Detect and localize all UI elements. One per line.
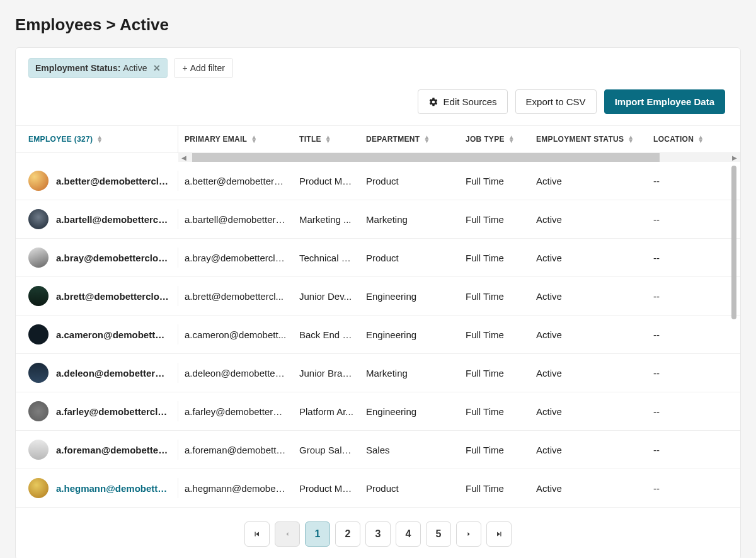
pagination-prev-button[interactable] <box>275 521 300 547</box>
cell-employee[interactable]: a.foreman@demobetterclo... <box>16 440 178 460</box>
cell-job-type: Full Time <box>459 176 530 186</box>
horizontal-scroll-thumb[interactable] <box>192 153 660 162</box>
table-row[interactable]: a.brett@demobettercloud....a.brett@demob… <box>16 277 740 316</box>
avatar <box>28 209 49 229</box>
pagination-page-5[interactable]: 5 <box>426 521 451 547</box>
pagination-page-4[interactable]: 4 <box>396 521 421 547</box>
cell-title: Product Ma... <box>293 483 360 494</box>
filter-chip-employment-status[interactable]: Employment Status: Active ✕ <box>28 58 168 78</box>
cell-employee[interactable]: a.cameron@demobettercl... <box>16 324 178 344</box>
cell-department: Product <box>360 253 459 263</box>
cell-location: -- <box>647 445 736 455</box>
last-page-icon <box>495 530 503 538</box>
cell-employee[interactable]: a.hegmann@demobettercl... <box>16 478 178 498</box>
export-csv-label: Export to CSV <box>526 96 586 107</box>
column-header-job-type-label: JOB TYPE <box>466 135 505 144</box>
employee-link[interactable]: a.brett@demobettercloud.... <box>56 291 169 302</box>
employee-link[interactable]: a.foreman@demobetterclo... <box>56 445 169 455</box>
cell-job-type: Full Time <box>459 406 530 417</box>
cell-primary-email: a.farley@demobettercl... <box>178 406 293 417</box>
plus-icon: + <box>182 63 187 73</box>
breadcrumb-root[interactable]: Employees <box>15 15 101 34</box>
cell-employment-status: Active <box>530 406 647 417</box>
employee-link[interactable]: a.farley@demobettercloud... <box>56 406 169 417</box>
pagination-last-button[interactable] <box>486 521 512 547</box>
column-header-primary-email[interactable]: PRIMARY EMAIL ▲▼ <box>178 126 293 152</box>
sort-icon: ▲▼ <box>627 135 634 143</box>
cell-primary-email: a.better@demobettercl... <box>178 176 293 186</box>
cell-employee[interactable]: a.deleon@demobetterclou... <box>16 363 178 383</box>
cell-primary-email: a.foreman@demobette... <box>178 445 293 455</box>
pagination-page-2[interactable]: 2 <box>335 521 360 547</box>
employee-link[interactable]: a.better@demobettercloud... <box>56 176 169 186</box>
table-row[interactable]: a.hegmann@demobettercl...a.hegmann@demob… <box>16 469 740 508</box>
sort-icon: ▲▼ <box>697 135 704 143</box>
column-header-department[interactable]: DEPARTMENT ▲▼ <box>360 126 459 152</box>
cell-employment-status: Active <box>530 176 647 186</box>
cell-employee[interactable]: a.farley@demobettercloud... <box>16 401 178 421</box>
employee-link[interactable]: a.hegmann@demobettercl... <box>56 483 169 494</box>
scroll-right-arrow-icon[interactable]: ▶ <box>729 153 740 162</box>
employees-card: Employment Status: Active ✕ + Add filter… <box>15 47 741 558</box>
pagination-page-3[interactable]: 3 <box>365 521 391 547</box>
cell-employee[interactable]: a.bray@demobettercloud.... <box>16 248 178 268</box>
employee-link[interactable]: a.cameron@demobettercl... <box>56 329 169 340</box>
cell-location: -- <box>647 291 736 302</box>
table-row[interactable]: a.bartell@demobettercloud...a.bartell@de… <box>16 200 740 239</box>
cell-job-type: Full Time <box>459 214 530 225</box>
avatar <box>28 286 49 306</box>
chevron-right-icon <box>465 530 472 538</box>
column-header-title[interactable]: TITLE ▲▼ <box>293 126 360 152</box>
cell-title: Junior Bran... <box>293 368 360 379</box>
column-header-location-label: LOCATION <box>653 135 694 144</box>
pagination-page-1[interactable]: 1 <box>305 521 330 547</box>
cell-department: Marketing <box>360 214 459 225</box>
cell-employee[interactable]: a.brett@demobettercloud.... <box>16 286 178 306</box>
column-header-employee-label: EMPLOYEE (327) <box>28 135 93 144</box>
add-filter-label: Add filter <box>190 63 225 73</box>
avatar <box>28 363 49 383</box>
edit-sources-button[interactable]: Edit Sources <box>418 89 508 114</box>
cell-location: -- <box>647 176 736 186</box>
employee-link[interactable]: a.bray@demobettercloud.... <box>56 253 169 263</box>
cell-title: Group Sale... <box>293 445 360 455</box>
table-row[interactable]: a.deleon@demobetterclou...a.deleon@demob… <box>16 354 740 392</box>
table-row[interactable]: a.farley@demobettercloud...a.farley@demo… <box>16 392 740 431</box>
chevron-left-icon <box>284 530 291 538</box>
column-header-job-type[interactable]: JOB TYPE ▲▼ <box>459 126 530 152</box>
horizontal-scrollbar[interactable]: ◀ ▶ <box>178 153 740 162</box>
vertical-scroll-thumb[interactable] <box>731 166 736 319</box>
cell-title: Platform Ar... <box>293 406 360 417</box>
pagination-first-button[interactable] <box>244 521 270 547</box>
close-icon[interactable]: ✕ <box>153 63 161 73</box>
sort-icon: ▲▼ <box>251 135 257 143</box>
avatar <box>28 171 49 191</box>
column-header-employment-status[interactable]: EMPLOYMENT STATUS ▲▼ <box>530 126 647 152</box>
cell-employment-status: Active <box>530 253 647 263</box>
import-employee-data-button[interactable]: Import Employee Data <box>604 89 725 114</box>
employee-link[interactable]: a.deleon@demobetterclou... <box>56 368 169 379</box>
column-header-department-label: DEPARTMENT <box>366 135 420 144</box>
cell-job-type: Full Time <box>459 291 530 302</box>
employee-link[interactable]: a.bartell@demobettercloud... <box>56 214 169 225</box>
table-row[interactable]: a.foreman@demobetterclo...a.foreman@demo… <box>16 431 740 469</box>
cell-department: Product <box>360 483 459 494</box>
add-filter-button[interactable]: + Add filter <box>174 58 232 78</box>
cell-primary-email: a.cameron@demobett... <box>178 329 293 340</box>
filter-chip-label: Employment Status: <box>35 63 120 73</box>
pagination-next-button[interactable] <box>456 521 481 547</box>
column-header-employee[interactable]: EMPLOYEE (327) ▲▼ <box>16 126 178 152</box>
cell-title: Product Ma... <box>293 176 360 186</box>
scroll-left-arrow-icon[interactable]: ◀ <box>178 153 190 162</box>
export-csv-button[interactable]: Export to CSV <box>515 89 597 114</box>
cell-employee[interactable]: a.bartell@demobettercloud... <box>16 209 178 229</box>
column-header-location[interactable]: LOCATION ▲▼ <box>647 126 736 152</box>
table-row[interactable]: a.cameron@demobettercl...a.cameron@demob… <box>16 316 740 354</box>
cell-job-type: Full Time <box>459 253 530 263</box>
cell-employee[interactable]: a.better@demobettercloud... <box>16 171 178 191</box>
cell-title: Junior Dev... <box>293 291 360 302</box>
table-row[interactable]: a.bray@demobettercloud....a.bray@demobet… <box>16 239 740 277</box>
table-row[interactable]: a.better@demobettercloud...a.better@demo… <box>16 162 740 200</box>
column-header-title-label: TITLE <box>299 135 321 144</box>
cell-job-type: Full Time <box>459 368 530 379</box>
